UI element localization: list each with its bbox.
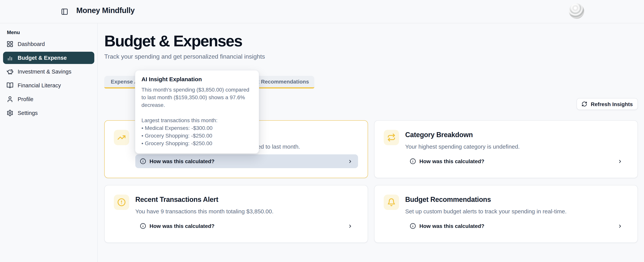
layout-dashboard-icon (6, 41, 14, 47)
how-calculated-button[interactable]: How was this calculated? (405, 154, 628, 168)
ai-insight-tooltip: AI Insight Explanation This month's spen… (135, 70, 259, 154)
info-icon (140, 158, 146, 164)
tooltip-list-item: • Grocery Shopping: -$250.00 (142, 132, 252, 139)
tooltip-title: AI Insight Explanation (142, 76, 252, 82)
tooltip-paragraph: This month's spending ($3,850.00) compar… (142, 86, 252, 109)
user-icon (6, 96, 14, 103)
tooltip-list-item: • Grocery Shopping: -$250.00 (142, 139, 252, 147)
chevron-right-icon (618, 159, 622, 164)
chevron-right-icon (618, 224, 622, 229)
sidebar-item-budget-expense[interactable]: Budget & Expense (3, 52, 94, 64)
sidebar-item-label: Dashboard (18, 41, 45, 47)
page-subtitle: Track your spending and get personalized… (104, 53, 265, 60)
sidebar-item-financial-literacy[interactable]: Financial Literacy (3, 79, 94, 92)
card-subtitle: Your highest spending category is undefi… (405, 143, 520, 150)
gear-icon (6, 110, 14, 116)
how-calculated-button[interactable]: How was this calculated? (135, 154, 358, 168)
chevron-right-icon (348, 159, 353, 164)
how-calculated-label: How was this calculated? (419, 158, 484, 164)
book-open-icon (6, 82, 14, 89)
info-icon (410, 158, 416, 164)
app-root: Money Mindfully Menu Dashboard Budget & … (0, 0, 644, 262)
trending-up-icon (114, 130, 129, 145)
how-calculated-button[interactable]: How was this calculated? (135, 219, 358, 233)
piggy-bank-icon (6, 68, 14, 75)
refresh-insights-button[interactable]: Refresh Insights (576, 98, 638, 110)
insight-card-recent-transactions: Recent Transactions Alert You have 9 tra… (104, 185, 368, 243)
alert-circle-icon (114, 195, 129, 210)
tooltip-list-item: • Medical Expenses: -$300.00 (142, 124, 252, 132)
card-title: Category Breakdown (405, 131, 473, 139)
bell-icon (384, 195, 399, 210)
top-header: Money Mindfully (0, 0, 644, 23)
sidebar-item-dashboard[interactable]: Dashboard (3, 38, 94, 50)
sidebar-item-label: Investment & Savings (18, 69, 72, 75)
insight-card-budget-recommendations: Budget Recommendations Set up custom bud… (374, 185, 638, 243)
sidebar-item-profile[interactable]: Profile (3, 93, 94, 105)
how-calculated-label: How was this calculated? (150, 158, 214, 164)
repeat-icon (384, 130, 399, 145)
card-title: Recent Transactions Alert (135, 195, 218, 204)
sidebar-item-label: Budget & Expense (18, 55, 67, 61)
info-icon (410, 223, 416, 229)
avatar[interactable] (569, 3, 584, 19)
card-subtitle: Set up custom budget alerts to track you… (405, 208, 566, 215)
card-title: Budget Recommendations (405, 195, 491, 204)
sidebar-menu-label: Menu (7, 29, 97, 35)
sidebar-item-settings[interactable]: Settings (3, 107, 94, 119)
bar-chart-icon (6, 54, 14, 61)
sidebar-item-investment-savings[interactable]: Investment & Savings (3, 65, 94, 78)
how-calculated-label: How was this calculated? (419, 223, 484, 229)
how-calculated-label: How was this calculated? (150, 223, 214, 229)
insight-card-category-breakdown: Category Breakdown Your highest spending… (374, 120, 638, 178)
chevron-right-icon (348, 224, 353, 229)
sidebar-item-label: Profile (18, 96, 33, 102)
tooltip-list-header: Largest transactions this month: (142, 116, 252, 124)
refresh-cw-icon (582, 101, 587, 107)
how-calculated-button[interactable]: How was this calculated? (405, 219, 628, 233)
info-icon (140, 223, 146, 229)
sidebar-item-label: Settings (18, 110, 38, 116)
card-subtitle: You have 9 transactions this month total… (135, 208, 274, 215)
sidebar-toggle-icon[interactable] (61, 8, 68, 15)
refresh-insights-label: Refresh Insights (591, 101, 633, 107)
sidebar-item-label: Financial Literacy (18, 82, 61, 88)
sidebar: Menu Dashboard Budget & Expense Investme… (0, 23, 98, 262)
page-title: Budget & Expenses (104, 32, 242, 50)
app-title: Money Mindfully (76, 6, 134, 15)
